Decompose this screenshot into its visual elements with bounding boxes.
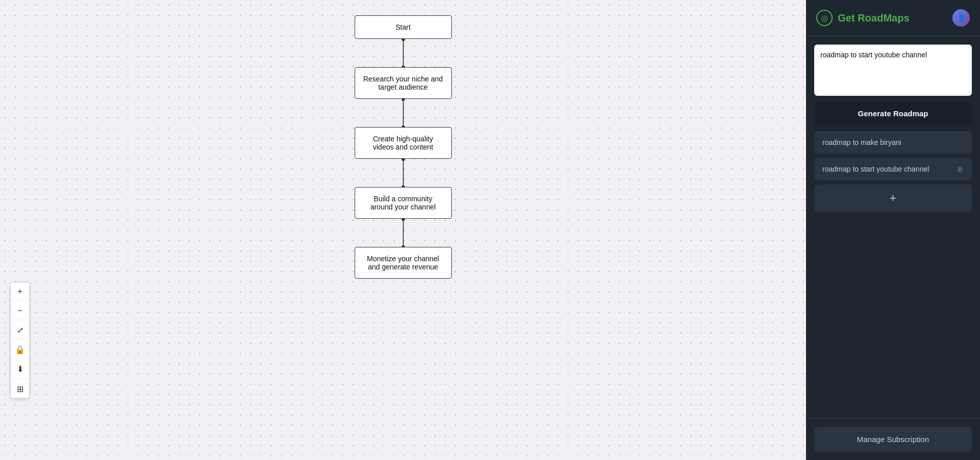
brand-name: Get RoadMaps — [838, 12, 909, 24]
lock-button[interactable]: 🔒 — [11, 341, 29, 359]
zoom-in-button[interactable]: + — [11, 282, 29, 301]
flow-node-2: Create high-quality videos and content — [355, 127, 452, 159]
delete-history-icon[interactable]: 🗑 — [956, 165, 964, 173]
history-item-label-1: roadmap to start youtube channel — [822, 165, 929, 173]
sidebar-footer: Manage Subscription — [806, 418, 980, 460]
download-button[interactable]: ⬇ — [11, 360, 29, 379]
flow-node-1: Research your niche and target audience — [355, 67, 452, 99]
sidebar: ◎ Get RoadMaps 👤 roadmap to start youtub… — [806, 0, 980, 460]
node-label-3: Build a community around your channel — [371, 195, 436, 211]
zoom-controls: + − ⤢ 🔒 ⬇ ⊞ — [10, 282, 30, 399]
connector-0 — [403, 39, 404, 67]
canvas-area: Start Research your niche and target aud… — [0, 0, 806, 460]
manage-subscription-label: Manage Subscription — [857, 435, 929, 444]
flow-node-start: Start — [355, 15, 452, 39]
connector-3 — [403, 219, 404, 247]
brand-icon: ◎ — [816, 10, 833, 26]
connector-1 — [403, 99, 404, 127]
node-label-1: Research your niche and target audience — [363, 75, 443, 91]
history-item-label-0: roadmap to make biryani — [822, 138, 901, 147]
node-label-4: Monetize your channel and generate reven… — [367, 255, 439, 271]
user-avatar[interactable]: 👤 — [952, 9, 970, 27]
history-item-0[interactable]: roadmap to make biryani — [814, 131, 972, 154]
sidebar-content: roadmap to start youtube channel Generat… — [806, 36, 980, 418]
fit-button[interactable]: ⤢ — [11, 321, 29, 340]
prompt-textarea[interactable]: roadmap to start youtube channel — [814, 45, 972, 96]
manage-subscription-button[interactable]: Manage Subscription — [814, 427, 972, 452]
sidebar-header: ◎ Get RoadMaps 👤 — [806, 0, 980, 36]
add-new-button[interactable]: + — [814, 184, 972, 212]
flow-node-4: Monetize your channel and generate reven… — [355, 247, 452, 279]
add-new-label: + — [890, 192, 897, 205]
zoom-out-button[interactable]: − — [11, 302, 29, 320]
history-section: roadmap to make biryani roadmap to start… — [814, 131, 972, 410]
flow-node-3: Build a community around your channel — [355, 187, 452, 219]
brand: ◎ Get RoadMaps — [816, 10, 909, 26]
connector-2 — [403, 159, 404, 187]
history-item-1[interactable]: roadmap to start youtube channel 🗑 — [814, 158, 972, 180]
flowchart: Start Research your niche and target aud… — [355, 15, 452, 279]
node-label-2: Create high-quality videos and content — [373, 135, 433, 151]
generate-roadmap-button[interactable]: Generate Roadmap — [814, 102, 972, 125]
node-label-start: Start — [396, 23, 411, 31]
map-button[interactable]: ⊞ — [11, 380, 29, 398]
generate-label: Generate Roadmap — [858, 109, 928, 118]
